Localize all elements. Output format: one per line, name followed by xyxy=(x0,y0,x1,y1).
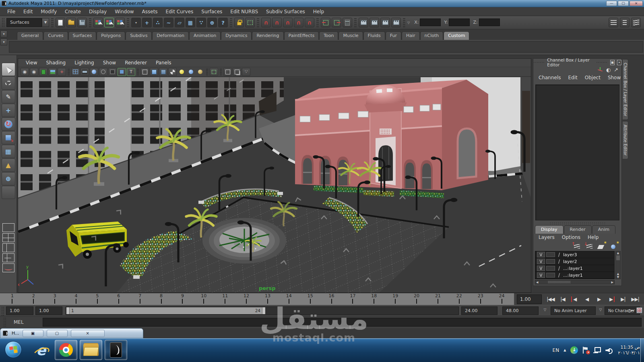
transport-button[interactable]: ▶| xyxy=(617,294,629,304)
close-button[interactable]: × xyxy=(630,1,643,6)
smooth-shade-mode-icon[interactable] xyxy=(150,68,158,76)
shelf-tab[interactable]: Animation xyxy=(189,31,221,40)
plugin-display-icon[interactable]: ∵ xyxy=(242,68,250,76)
layer-editor-tab[interactable]: Anim xyxy=(592,225,615,234)
layout-split-pane-button[interactable] xyxy=(2,253,14,262)
2d-pan-zoom-icon[interactable]: + xyxy=(58,68,66,76)
timeline-frame[interactable]: 10 xyxy=(193,293,215,305)
channel-box-menu-item[interactable]: Edit xyxy=(565,75,581,80)
snap-to-curve-button[interactable]: ∩ xyxy=(272,18,282,27)
layer-editor-tab[interactable]: Render xyxy=(564,225,592,234)
camera-attributes-icon[interactable]: ◉ xyxy=(30,68,38,76)
layer-editor-tab[interactable]: Display xyxy=(535,225,564,234)
layer-list-hscrollbar[interactable]: ◀▶ xyxy=(535,280,615,284)
shelf-tab[interactable]: Rendering xyxy=(252,31,283,40)
animation-start-field[interactable]: 1.00 xyxy=(6,306,33,315)
panel-menu-item[interactable]: Renderer xyxy=(120,60,151,66)
character-set-dropdown[interactable]: No Character Set xyxy=(605,306,640,315)
construction-history-button[interactable] xyxy=(343,18,352,27)
select-by-type-deformers-icon[interactable]: ▦ xyxy=(186,18,195,27)
layer-list-scrollbar[interactable]: ▲ ▲▼ xyxy=(615,251,621,279)
layer-playback-toggle[interactable] xyxy=(546,266,555,271)
timeline-frame[interactable]: 16 xyxy=(321,293,342,305)
select-by-type-curves-icon[interactable]: ~ xyxy=(164,18,173,27)
anim-layer-dropdown[interactable]: No Anim Layer xyxy=(551,306,596,315)
panel-menu-item[interactable]: Shading xyxy=(41,60,70,66)
transport-button[interactable]: |◀ xyxy=(557,294,568,304)
safe-title-icon[interactable]: T xyxy=(127,68,135,76)
layer-row[interactable]: V / ...:layer1 xyxy=(535,265,614,272)
start-button[interactable] xyxy=(5,341,22,358)
layer-row[interactable]: V / ...:layer1 xyxy=(535,272,614,279)
menu-item[interactable]: Assets xyxy=(138,7,162,16)
volume-icon[interactable] xyxy=(605,347,613,354)
close-button[interactable]: × xyxy=(71,330,105,337)
sidebar-tab[interactable]: Attribute Editor xyxy=(623,121,628,159)
safe-action-icon[interactable] xyxy=(118,68,126,76)
channel-list-area[interactable] xyxy=(535,84,619,220)
auto-keyframe-toggle[interactable] xyxy=(636,307,642,313)
ipr-render-button[interactable] xyxy=(380,18,390,27)
open-render-view-button[interactable] xyxy=(359,18,368,27)
shelf-tab[interactable]: Hair xyxy=(402,31,420,40)
hyperbolic-icon[interactable]: ↗ xyxy=(614,67,618,73)
channel-box-menu-item[interactable]: Show xyxy=(604,75,624,80)
timeline-frame[interactable]: 2 xyxy=(23,293,44,305)
timeline-frame[interactable]: 3 xyxy=(44,293,66,305)
shelf-tab[interactable]: Subdivs xyxy=(126,31,152,40)
menu-item[interactable]: Subdiv Surfaces xyxy=(262,7,309,16)
timeline-frame[interactable]: 5 xyxy=(87,293,108,305)
toggle-tool-settings-button[interactable] xyxy=(620,18,630,27)
field-chart-icon[interactable] xyxy=(108,68,117,76)
timeline-frame[interactable]: 23 xyxy=(470,293,491,305)
command-line-input[interactable] xyxy=(43,318,642,327)
shelf-tab[interactable]: Deformation xyxy=(152,31,189,40)
layer-playback-toggle[interactable] xyxy=(546,259,555,264)
gate-mask-icon[interactable] xyxy=(99,68,107,76)
timeline-frame[interactable]: 8 xyxy=(151,293,172,305)
language-indicator[interactable]: EN xyxy=(553,348,559,353)
menu-item[interactable]: Modify xyxy=(37,7,61,16)
minimized-help-window[interactable]: H... ▣ ▢ × xyxy=(0,328,143,338)
layout-single-pane-button[interactable] xyxy=(2,223,14,232)
menu-item[interactable]: Edit NURBS xyxy=(226,7,262,16)
panel-splitter[interactable] xyxy=(549,222,605,224)
explorer-taskbar-button[interactable] xyxy=(80,340,102,360)
default-lighting-icon[interactable] xyxy=(178,68,186,76)
layer-playback-toggle[interactable] xyxy=(546,273,555,278)
select-camera-icon[interactable]: ◉ xyxy=(21,68,29,76)
shelf-menu-button[interactable]: ▾ xyxy=(0,31,7,37)
show-manipulator-tool-button[interactable]: ⊕ xyxy=(2,172,15,185)
animation-end-field[interactable]: 48.00 xyxy=(502,306,539,315)
shelf-tab[interactable]: Fluids xyxy=(363,31,385,40)
layer-editor-menu-item[interactable]: Layers xyxy=(535,234,558,240)
menu-item[interactable]: Window xyxy=(111,7,138,16)
timeline-frame[interactable]: 6 xyxy=(108,293,129,305)
move-layer-down-icon[interactable]: ↓ xyxy=(584,242,593,249)
timeline-frame[interactable]: 24 xyxy=(491,293,512,305)
tray-clock[interactable]: 11:35 ص ٢٠١٦/٠٣/٠١ xyxy=(618,345,640,356)
range-slider-track[interactable]: 1 24 xyxy=(66,306,459,315)
menu-item[interactable]: Edit xyxy=(19,7,37,16)
select-object-button[interactable] xyxy=(104,18,114,27)
timeline-frame[interactable]: 17 xyxy=(342,293,363,305)
maximize-button[interactable]: ▢ xyxy=(47,330,68,337)
shelf-tab[interactable]: General xyxy=(17,31,43,40)
shelf-tab[interactable]: Dynamics xyxy=(221,31,252,40)
select-component-button[interactable] xyxy=(115,18,125,27)
shelf-tab[interactable]: Muscle xyxy=(339,31,363,40)
viewport-scene[interactable]: y x persp xyxy=(18,77,531,292)
soft-modification-tool-button[interactable]: ▲ xyxy=(2,158,15,172)
xray-mode-icon[interactable] xyxy=(223,68,232,76)
maya-taskbar-button[interactable] xyxy=(105,340,127,360)
sidebar-tab[interactable]: Channel Box / Layer Editor xyxy=(623,59,628,120)
select-by-type-dynamics-icon[interactable]: ∵ xyxy=(196,18,206,27)
layer-visibility-toggle[interactable]: V xyxy=(537,272,545,278)
shelf-tab[interactable]: PaintEffects xyxy=(284,31,319,40)
new-empty-layer-icon[interactable]: * xyxy=(597,242,606,249)
layout-two-pane-button[interactable] xyxy=(2,243,14,252)
menu-item[interactable]: Create xyxy=(61,7,85,16)
minimize-button[interactable]: — xyxy=(606,1,617,6)
timeline-frame[interactable]: 18 xyxy=(363,293,385,305)
network-icon[interactable] xyxy=(593,347,601,354)
